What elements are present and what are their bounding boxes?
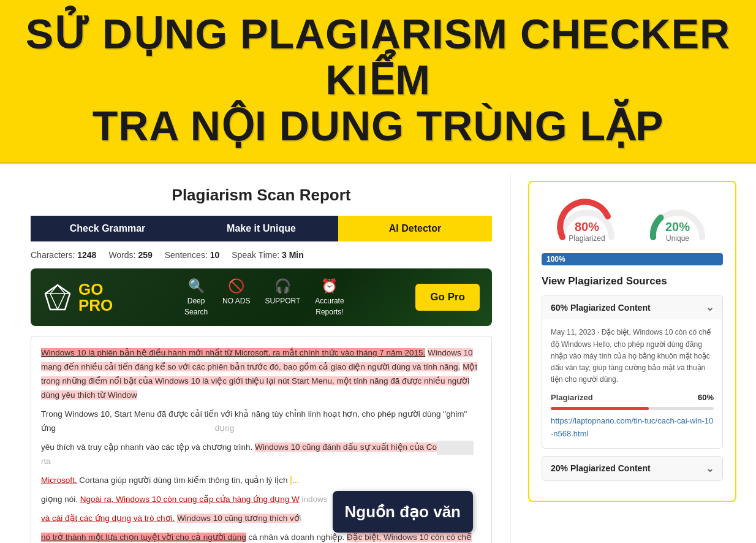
plagiarized-gauge-svg: 80% Plagiarized [553, 194, 621, 243]
feature-accurate-reports: ⏰ Accurate Reports! [315, 278, 344, 316]
plagiarized-gauge: 80% Plagiarized [553, 194, 621, 243]
svg-marker-0 [45, 285, 70, 309]
doc-paragraph-4: Microsoft. Cortana giúp người dùng tìm k… [41, 474, 482, 488]
left-panel: Plagiarism Scan Report Check Grammar Mak… [12, 173, 511, 543]
source-card-1-header[interactable]: 60% Plagiarized Content ⌄ [542, 295, 722, 319]
right-panel: 80% Plagiarized 20% Unique [528, 181, 736, 501]
doc-paragraph-2: Trong Windows 10, Start Menu đã được cải… [41, 408, 482, 436]
plagiarized-pct: 60% [698, 392, 714, 404]
chevron-down-icon: ⌄ [706, 302, 714, 313]
speak-time-stat: Speak Time: 3 Min [232, 250, 304, 260]
source-card-2: 20% Plagiarized Content ⌄ [542, 456, 723, 481]
feature-no-ads: 🚫 NO ADS [222, 278, 250, 316]
characters-stat: Characters: 1248 [31, 250, 96, 260]
no-ads-icon: 🚫 [228, 278, 244, 294]
tab-ai[interactable]: AI Detector [338, 216, 492, 241]
search-icon: 🔍 [188, 278, 205, 294]
banner-title: SỬ DỤNG PLAGIARISM CHECKER KIỂM TRA NỘI … [18, 11, 738, 148]
support-icon: 🎧 [274, 278, 291, 294]
svg-text:Plagiarized: Plagiarized [569, 234, 605, 243]
unique-gauge: 20% Unique [644, 194, 711, 243]
go-pro-logo: GO PRO [43, 281, 113, 313]
feature-support: 🎧 SUPPORT [265, 278, 300, 316]
diamond-icon [43, 283, 72, 312]
unique-gauge-svg: 20% Unique [644, 194, 711, 243]
source-card-1: 60% Plagiarized Content ⌄ May 11, 2023 ·… [542, 295, 723, 448]
chevron-down-icon-2: ⌄ [706, 463, 714, 474]
words-stat: Words: 259 [108, 250, 152, 260]
progress-bar-fill: 100% [542, 253, 723, 265]
feature-deep-search: 🔍 Deep Search [184, 278, 208, 316]
gauges-row: 80% Plagiarized 20% Unique [542, 194, 723, 243]
source-card-2-header[interactable]: 20% Plagiarized Content ⌄ [542, 457, 722, 480]
panels-row: Plagiarism Scan Report Check Grammar Mak… [0, 164, 756, 543]
header-banner: SỬ DỤNG PLAGIARISM CHECKER KIỂM TRA NỘI … [0, 0, 756, 164]
sentences-stat: Sentences: 10 [165, 250, 220, 260]
progress-bar-container: 100% [542, 253, 723, 265]
tooltip-label: Nguồn đạo văn [333, 491, 473, 533]
go-pro-button[interactable]: Go Pro [415, 284, 480, 311]
stats-row: Characters: 1248 Words: 259 Sentences: 1… [31, 250, 492, 260]
svg-text:20%: 20% [665, 220, 690, 234]
doc-paragraph-3: yêu thích và truy cập nhanh vào các tệp … [41, 441, 482, 469]
plagiarized-row: Plagiarized 60% [551, 392, 714, 404]
source-card-1-body: May 11, 2023 · Đặc biệt, Windows 10 còn … [542, 319, 722, 447]
svg-text:Unique: Unique [666, 234, 689, 243]
tab-unique[interactable]: Make it Unique [184, 216, 338, 241]
tab-bar: Check Grammar Make it Unique AI Detector [31, 216, 492, 241]
go-pro-features: 🔍 Deep Search 🚫 NO ADS 🎧 SUPPORT ⏰ [125, 278, 403, 316]
source-bar-fill [551, 407, 649, 410]
svg-text:80%: 80% [575, 220, 599, 234]
document-text-area: Windows 10 là phiên bản hệ điều hành mới… [31, 336, 492, 543]
content-wrapper: Plagiarism Scan Report Check Grammar Mak… [0, 164, 756, 543]
go-pro-pro: PRO [78, 297, 113, 313]
doc-paragraph-1: Windows 10 là phiên bản hệ điều hành mới… [41, 346, 482, 403]
go-pro-go: GO [78, 281, 113, 297]
tab-grammar[interactable]: Check Grammar [31, 216, 184, 241]
source-bar [551, 407, 714, 410]
plagiarized-label: Plagiarized [551, 392, 593, 404]
accurate-icon: ⏰ [321, 278, 338, 294]
source-date: May 11, 2023 · Đặc biệt, Windows 10 còn … [551, 327, 714, 385]
go-pro-banner: GO PRO 🔍 Deep Search 🚫 NO ADS [31, 268, 492, 326]
source-link[interactable]: https://laptopnano.com/tin-tuc/cach-cai-… [551, 416, 713, 438]
sources-title: View Plagiarized Sources [542, 275, 723, 287]
report-title: Plagiarism Scan Report [31, 186, 492, 205]
